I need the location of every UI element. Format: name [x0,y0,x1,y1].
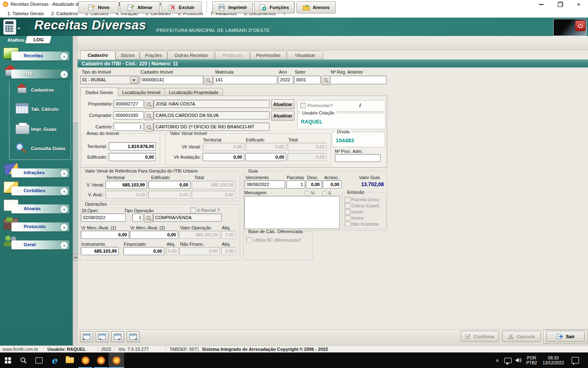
tab-visualizar[interactable]: Visualizar [287,51,323,59]
parcelas-input[interactable]: 1 [286,180,305,188]
v-venal-edificado[interactable]: 0,00 [148,181,190,189]
matricula-input[interactable]: 141 [213,76,277,84]
close-button[interactable]: × [569,0,588,9]
chevron-down-icon[interactable]: » [60,170,68,177]
area-territorial-input[interactable]: 1.819.878,00 [109,142,156,150]
power-exit-button[interactable] [575,20,586,31]
comprador-search-icon[interactable] [145,111,154,120]
vr-merc-2-input[interactable]: 0,00 [130,231,178,239]
vr-merc-1-input[interactable]: 0,00 [81,231,129,239]
desc-input[interactable]: 0,00 [306,180,322,188]
parcela-unica-checkbox[interactable] [345,197,350,202]
sidebar-item-tab-calculo[interactable]: Tab. Cálculo [31,107,59,112]
setor-input[interactable]: 0001 [294,76,321,84]
sidebar-item-infracoes[interactable]: Infrações » [11,168,69,177]
sidebar-item-receitas[interactable]: Receitas » [11,52,69,61]
dt-oper-input[interactable]: 02/08/2022 [81,213,126,222]
utiliza-bc-checkbox[interactable] [246,237,252,243]
combo-arrow-icon[interactable] [130,77,138,84]
tab-dados-gerais[interactable]: Dados Gerais [80,88,118,96]
proprietario-code-input[interactable]: 000002727 [114,100,144,108]
menu-tabelas-gerais[interactable]: 1. Tabelas Gerais [7,11,44,16]
splitter-arrows[interactable] [73,254,78,261]
tab-protocolo[interactable]: Protocolo [215,51,250,59]
taskbar-search-button[interactable] [16,352,31,368]
app-window-button-active[interactable] [109,352,124,368]
minimize-button[interactable] [532,0,550,9]
tipo-operacao-code-input[interactable]: 1 [132,213,143,222]
app-window-button-2[interactable] [93,352,109,368]
cobrar-exped-checkbox[interactable] [345,203,350,209]
isento-checkbox[interactable] [345,209,350,215]
v-venal-territorial[interactable]: 685.103,99 [105,181,147,189]
e-parcial-checkbox[interactable] [190,207,196,213]
area-edificado-input[interactable]: 0,00 [109,153,156,161]
financiado-input[interactable]: 0,00 [123,247,164,255]
novo-button[interactable]: Novo [78,1,119,13]
mensagem-textarea[interactable] [244,196,340,229]
sidebar-item-certidoes[interactable]: Certidões » [11,186,69,195]
tab-fracoes[interactable]: Frações [140,51,167,59]
tab-cadastro[interactable]: Cadastro [80,50,116,60]
confirma-button[interactable]: Confirma [461,331,499,342]
vencimento-input[interactable]: 08/08/2022 [245,180,285,188]
file-explorer-button[interactable] [62,352,78,368]
cancela-button[interactable]: Cancela [502,331,541,342]
protocolar-checkbox[interactable] [300,103,306,108]
anexos-button[interactable]: Anexos [296,1,336,13]
nav-first-button[interactable]: ◂ [80,331,93,342]
sidebar-item-consulta-guias[interactable]: Consulta Guias [31,146,65,151]
imprimir-button[interactable]: Imprimir [212,1,253,13]
alterar-button[interactable]: Alterar [120,1,160,13]
tab-permissoes[interactable]: Permissões [250,51,287,59]
ano-input[interactable]: 2022 [278,76,293,84]
tipo-imovel-select[interactable]: 01 - RURAL [80,76,139,84]
sidebar-item-protocolo[interactable]: Protocolo » [11,222,69,231]
cartorio-search-icon[interactable] [145,123,154,132]
cadastro-imovel-input[interactable]: 000000141 [140,76,203,84]
tab-localizacao-propriedade[interactable]: Localização Propriedade [164,88,223,96]
sidebar-item-itbi[interactable]: ITBI » [11,70,69,79]
chevron-down-icon[interactable]: » [60,224,68,231]
cartorio-code-input[interactable]: 1 [114,123,144,131]
chevron-up-icon[interactable]: » [60,71,68,78]
vlr-avaliacao-edificado[interactable]: 0,00 [245,153,286,161]
comprador-code-input[interactable]: 000001030 [114,111,144,119]
comprador-atualizar-button[interactable]: Atualizar [271,111,294,121]
start-button[interactable] [0,352,16,368]
vlr-avaliacao-territorial[interactable]: 0,00 [203,153,244,161]
clock[interactable]: 08:3313/12/2022 [540,352,567,368]
action-center-button[interactable] [569,352,581,368]
acresc-input[interactable]: 0,00 [323,180,341,188]
nav-last-button[interactable]: ▸ [127,331,140,342]
funcoes-button[interactable]: Funções [254,1,294,13]
network-icon[interactable] [503,352,513,368]
chevron-down-icon[interactable]: » [60,206,68,213]
sidebar-item-impr-guias[interactable]: Impr. Guias [31,127,57,132]
chevron-down-icon[interactable]: » [60,242,68,249]
language-indicator[interactable]: PORPTB2 [524,352,539,368]
tipo-operacao-search-icon[interactable] [144,213,153,222]
desconto-percent-radio[interactable] [304,191,310,196]
reg-anterior-input[interactable] [330,76,387,84]
sidebar-item-alvaras[interactable]: Alvarás » [11,204,69,213]
setor-search-icon[interactable] [321,76,330,85]
sidebar-item-geral[interactable]: Geral » [11,240,69,249]
proc-adm-input[interactable] [335,154,381,162]
menu-cadastros[interactable]: 2. Cadastros [51,11,78,16]
imune-checkbox[interactable] [345,215,350,221]
tab-localizacao-imovel[interactable]: Localização Imóvel [118,88,165,96]
restore-button[interactable] [550,0,569,9]
splitter-handle[interactable] [73,123,78,254]
proprietario-search-icon[interactable] [145,100,154,109]
volume-icon[interactable] [514,352,523,368]
instrumento-input[interactable]: 685.103,99 [81,247,119,255]
app-window-button-1[interactable] [78,352,93,368]
cadastro-imovel-search-icon[interactable] [204,76,213,85]
log-tab[interactable]: LOG [25,36,51,43]
internet-explorer-button[interactable]: e [47,352,62,368]
chevron-down-icon[interactable]: » [60,188,68,195]
tab-outras-receitas[interactable]: Outras Receitas [167,51,215,59]
excluir-button[interactable]: Excluir [161,1,202,13]
nav-previous-button[interactable]: ◂ [96,331,109,342]
